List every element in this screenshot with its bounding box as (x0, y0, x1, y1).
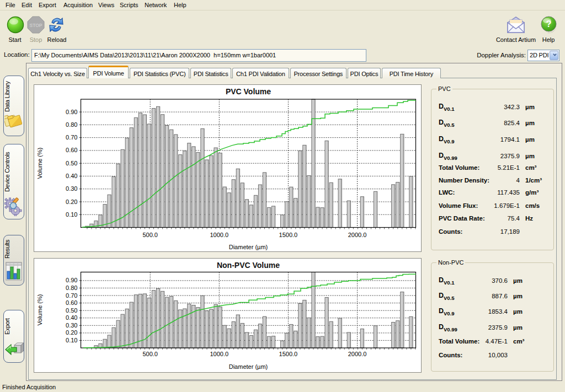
svg-text:0.50: 0.50 (66, 160, 77, 167)
svg-text:0.10: 0.10 (66, 211, 77, 218)
svg-text:1000.0: 1000.0 (210, 351, 228, 357)
svg-text:0.30: 0.30 (66, 185, 77, 192)
svg-text:0.30: 0.30 (66, 322, 77, 329)
svg-text:0.40: 0.40 (66, 314, 77, 321)
svg-text:0.90: 0.90 (66, 277, 77, 283)
svg-text:0.80: 0.80 (66, 121, 77, 128)
svg-text:0.70: 0.70 (66, 134, 77, 141)
svg-text:Diameter (µm): Diameter (µm) (229, 244, 268, 250)
svg-text:Diameter (µm): Diameter (µm) (229, 363, 268, 370)
svg-text:0.50: 0.50 (66, 307, 77, 314)
svg-text:500.0: 500.0 (142, 232, 158, 238)
svg-text:0.80: 0.80 (66, 284, 77, 291)
svg-text:0.70: 0.70 (66, 292, 77, 299)
svg-text:1000.0: 1000.0 (210, 232, 228, 238)
svg-text:PVC Volume: PVC Volume (226, 87, 271, 96)
svg-text:Non-PVC Volume: Non-PVC Volume (217, 261, 280, 270)
svg-text:0.20: 0.20 (66, 329, 77, 336)
svg-text:2000.0: 2000.0 (348, 232, 367, 238)
svg-text:500.0: 500.0 (142, 351, 158, 357)
svg-text:0.10: 0.10 (66, 337, 77, 343)
svg-text:0.20: 0.20 (66, 198, 77, 205)
svg-text:1500.0: 1500.0 (279, 351, 298, 357)
svg-text:0.90: 0.90 (66, 109, 77, 115)
svg-text:STOP: STOP (30, 23, 42, 28)
svg-text:?: ? (546, 19, 551, 29)
svg-text:0.60: 0.60 (66, 147, 77, 153)
svg-text:1500.0: 1500.0 (279, 232, 298, 238)
svg-text:Volume (%): Volume (%) (36, 148, 43, 179)
svg-text:0.40: 0.40 (66, 173, 77, 179)
svg-text:0.60: 0.60 (66, 299, 77, 306)
svg-text:Volume (%): Volume (%) (36, 294, 43, 326)
svg-text:2000.0: 2000.0 (348, 351, 367, 357)
